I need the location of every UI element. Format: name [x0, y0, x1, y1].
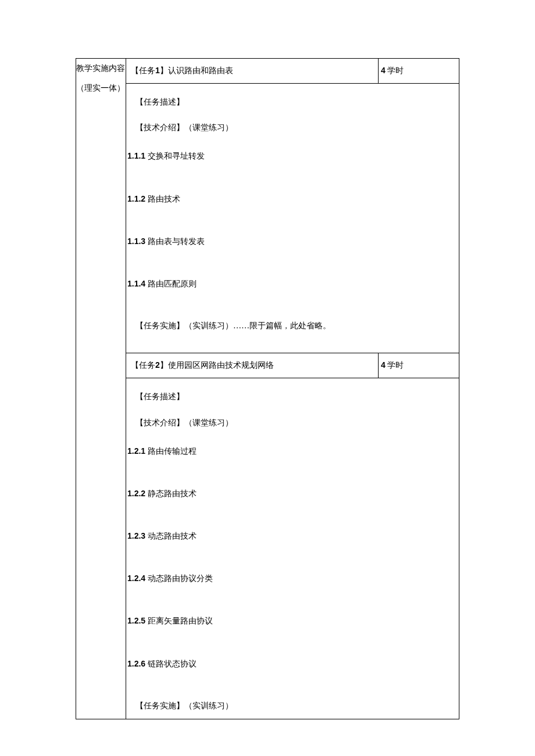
task2-impl: 【任务实施】（实训练习）: [127, 686, 458, 716]
task1-item-2-num: 1.1.2: [127, 194, 145, 203]
task1-hours-suffix: 学时: [386, 66, 404, 75]
task2-item-1: 1.2.1 路由传输过程: [127, 436, 458, 478]
row-label: 教学实施内容（理实一体）: [76, 64, 125, 92]
task2-item-3: 1.2.3 动态路由技术: [127, 521, 458, 563]
task2-header: 【任务2】使用园区网路由技术规划网络 4 学时: [126, 353, 459, 378]
task1-header: 【任务1】认识路由和路由表 4 学时: [126, 59, 459, 84]
row-label-cell: 教学实施内容（理实一体）: [76, 59, 126, 719]
task1-impl: 【任务实施】（实训练习）……限于篇幅，此处省略。: [127, 306, 458, 341]
task2-body: 【任务描述】 【技术介绍】（课堂练习） 1.2.1 路由传输过程 1.2.2 静…: [126, 378, 459, 719]
task2-item-2-num: 1.2.2: [127, 489, 145, 498]
task1-item-4: 1.1.4 路由匹配原则: [127, 268, 458, 306]
task1-item-1: 1.1.1 交换和寻址转发: [127, 141, 458, 183]
task1-item-3-text: 路由表与转发表: [145, 237, 205, 246]
task1-item-1-text: 交换和寻址转发: [145, 152, 205, 160]
content-cell: 【任务1】认识路由和路由表 4 学时 【任务描述】 【技术介绍】（课堂练习） 1…: [126, 59, 459, 719]
task1-item-4-text: 路由匹配原则: [145, 280, 197, 288]
task2-hours-num: 4: [381, 360, 386, 370]
task2-title-suffix: 】使用园区网路由技术规划网络: [160, 361, 274, 370]
task1-title: 【任务1】认识路由和路由表: [126, 59, 379, 83]
task2-item-2-text: 静态路由技术: [145, 489, 197, 498]
task2-item-1-text: 路由传输过程: [145, 447, 197, 456]
content-table: 教学实施内容（理实一体） 【任务1】认识路由和路由表 4 学时 【任务描述】 【…: [76, 58, 459, 719]
task2-item-6-text: 链路状态协议: [145, 660, 197, 668]
task1-hours: 4 学时: [379, 59, 459, 83]
task1-title-prefix: 【任务: [131, 66, 155, 75]
task2-desc: 【任务描述】: [127, 384, 458, 410]
task1-item-4-num: 1.1.4: [127, 279, 145, 288]
task1-item-1-num: 1.1.1: [127, 151, 145, 160]
task2-item-5-num: 1.2.5: [127, 616, 145, 625]
task2-item-5-text: 距离矢量路由协议: [145, 617, 213, 625]
task2-item-3-num: 1.2.3: [127, 531, 145, 540]
task2-item-6-num: 1.2.6: [127, 659, 145, 668]
task2-item-1-num: 1.2.1: [127, 446, 145, 456]
task1-item-3: 1.1.3 路由表与转发表: [127, 226, 458, 268]
task2-title-num: 2: [155, 360, 160, 370]
task1-item-2-text: 路由技术: [145, 195, 180, 203]
task1-title-num: 1: [155, 66, 160, 75]
task1-title-suffix: 】认识路由和路由表: [160, 66, 233, 75]
task2-item-4: 1.2.4 动态路由协议分类: [127, 563, 458, 605]
document-page: 教学实施内容（理实一体） 【任务1】认识路由和路由表 4 学时 【任务描述】 【…: [0, 0, 535, 748]
task2-item-6: 1.2.6 链路状态协议: [127, 648, 458, 686]
task1-hours-num: 4: [381, 66, 386, 75]
task1-item-2: 1.1.2 路由技术: [127, 184, 458, 226]
task2-item-4-text: 动态路由协议分类: [145, 574, 213, 583]
task2-title: 【任务2】使用园区网路由技术规划网络: [126, 353, 379, 378]
task2-item-5: 1.2.5 距离矢量路由协议: [127, 605, 458, 648]
task2-item-3-text: 动态路由技术: [145, 532, 197, 540]
task1-desc: 【任务描述】: [127, 89, 458, 115]
task2-item-2: 1.2.2 静态路由技术: [127, 478, 458, 521]
task1-body: 【任务描述】 【技术介绍】（课堂练习） 1.1.1 交换和寻址转发 1.1.2 …: [126, 84, 459, 353]
task2-tech: 【技术介绍】（课堂练习）: [127, 410, 458, 436]
task2-hours-suffix: 学时: [386, 361, 404, 370]
task2-item-4-num: 1.2.4: [127, 574, 145, 583]
task1-tech: 【技术介绍】（课堂练习）: [127, 115, 458, 141]
task1-item-3-num: 1.1.3: [127, 237, 145, 246]
task2-hours: 4 学时: [379, 353, 459, 378]
task2-title-prefix: 【任务: [131, 361, 155, 370]
